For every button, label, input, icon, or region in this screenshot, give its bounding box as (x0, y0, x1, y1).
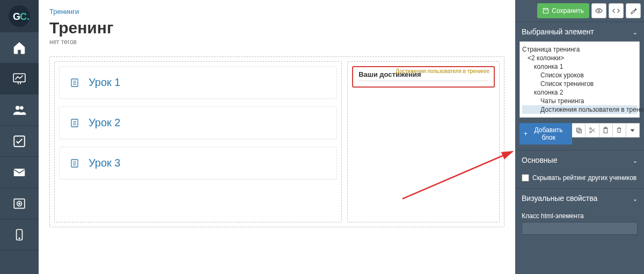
svg-line-33 (591, 129, 595, 132)
element-tree[interactable]: Страница тренинга <2 колонки> колонка 1 … (519, 41, 640, 118)
mail-icon (12, 165, 26, 179)
cut-button[interactable] (586, 123, 599, 138)
panel-top-toolbar: Сохранить (515, 0, 644, 21)
nav-analytics[interactable] (0, 63, 39, 95)
hide-rating-checkbox-row[interactable]: Скрывать рейтинг других учеников (522, 174, 638, 182)
hide-rating-checkbox[interactable] (522, 174, 529, 182)
mobile-icon (12, 228, 26, 242)
html-class-label: Класс html-элемента (522, 212, 638, 220)
panel-header-selected[interactable]: Выбранный элемент ⌃ (515, 22, 644, 41)
svg-line-34 (591, 128, 595, 132)
code-button[interactable] (609, 3, 624, 18)
code-icon (612, 7, 620, 15)
tree-node[interactable]: <2 колонки> (522, 54, 637, 62)
builder-column-2[interactable]: Достижения пользователя в тренинге Ваши … (347, 61, 500, 222)
lesson-title: Урок 2 (89, 117, 120, 129)
lesson-card[interactable]: Урок 2 (59, 106, 337, 139)
panel-header-visual[interactable]: Визуальные свойства ⌃ (515, 189, 644, 208)
users-icon (12, 103, 26, 117)
chevron-down-icon: ⌃ (633, 157, 638, 164)
add-block-button[interactable]: +Добавить блок (519, 123, 572, 145)
tree-node[interactable]: Список уроков (522, 71, 637, 80)
chevron-down-icon: ⌃ (633, 195, 638, 202)
svg-text:C.: C. (20, 11, 30, 22)
svg-point-28 (598, 10, 600, 12)
lesson-card[interactable]: Урок 1 (59, 66, 337, 99)
svg-point-12 (19, 203, 20, 204)
delete-button[interactable] (613, 123, 626, 138)
achievement-caption: Достижения пользователя в тренинге (396, 68, 489, 74)
scissors-icon (589, 127, 596, 134)
panel-header-main[interactable]: Основные ⌃ (515, 150, 644, 170)
tree-node-selected[interactable]: Достижения пользователя в тренинг (522, 105, 637, 114)
trash-icon (616, 127, 623, 134)
nav-home[interactable] (0, 32, 39, 63)
copy-icon (575, 127, 582, 134)
lesson-title: Урок 3 (89, 157, 120, 169)
svg-point-31 (590, 131, 591, 133)
tree-node[interactable]: Страница тренинга (522, 45, 637, 54)
svg-rect-9 (14, 169, 25, 176)
more-button[interactable] (626, 123, 640, 138)
paste-button[interactable] (599, 123, 613, 138)
svg-rect-30 (578, 129, 582, 133)
lesson-title: Урок 1 (89, 76, 120, 89)
safe-icon (12, 197, 26, 211)
left-sidebar: GC. (0, 0, 39, 274)
nav-safe[interactable] (0, 188, 39, 219)
caret-down-icon (629, 127, 636, 134)
tree-node[interactable]: Список тренингов (522, 80, 637, 88)
save-icon (543, 8, 549, 14)
lesson-card[interactable]: Урок 3 (59, 147, 337, 179)
nav-messages[interactable] (0, 157, 39, 188)
svg-point-14 (19, 237, 20, 239)
svg-rect-35 (604, 128, 608, 133)
tree-node[interactable]: колонка 1 (522, 62, 637, 71)
svg-rect-29 (576, 128, 580, 132)
svg-point-6 (16, 106, 20, 110)
chevron-down-icon: ⌃ (633, 28, 638, 35)
save-button[interactable]: Сохранить (537, 3, 589, 18)
nav-tasks[interactable] (0, 126, 39, 157)
wrench-icon (630, 7, 637, 15)
svg-rect-27 (545, 9, 547, 10)
svg-point-32 (590, 128, 591, 129)
preview-button[interactable] (591, 3, 606, 18)
svg-text:G: G (13, 11, 20, 22)
breadcrumb[interactable]: Тренинги (49, 8, 504, 16)
nav-users[interactable] (0, 95, 39, 126)
chart-icon (12, 72, 26, 86)
tree-node[interactable]: колонка 2 (522, 88, 637, 97)
settings-button[interactable] (626, 3, 641, 18)
lesson-icon (70, 78, 79, 87)
nav-mobile[interactable] (0, 219, 39, 250)
paste-icon (602, 127, 609, 134)
block-toolbar: +Добавить блок (519, 123, 640, 145)
svg-point-7 (20, 106, 23, 109)
achievement-block[interactable]: Достижения пользователя в тренинге Ваши … (352, 66, 495, 88)
builder-column-1[interactable]: Урок 1 Урок 2 Урок 3 (54, 61, 342, 222)
tree-node[interactable]: Чаты тренинга (522, 97, 637, 105)
lesson-icon (70, 159, 79, 168)
no-tags-label: нет тегов (49, 38, 504, 46)
checkbox-icon (12, 134, 26, 148)
plus-icon: + (524, 130, 528, 138)
main-content: Тренинги Тренинг нет тегов Урок 1 Урок 2… (39, 0, 515, 274)
eye-icon (595, 7, 603, 15)
page-title: Тренинг (49, 19, 504, 37)
lesson-icon (70, 119, 79, 127)
builder-canvas[interactable]: Урок 1 Урок 2 Урок 3 Достижения пользова… (49, 56, 504, 227)
properties-panel: Сохранить Выбранный элемент ⌃ Страница т… (515, 0, 644, 274)
copy-button[interactable] (572, 123, 586, 138)
svg-marker-37 (631, 129, 635, 132)
logo[interactable]: GC. (0, 0, 39, 32)
home-icon (12, 41, 26, 55)
html-class-input[interactable] (522, 222, 638, 235)
